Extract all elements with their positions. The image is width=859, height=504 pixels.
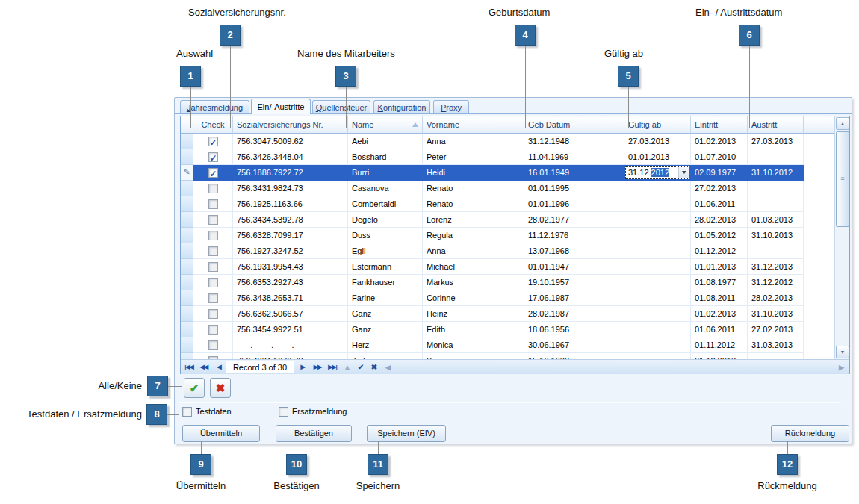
cell-check[interactable] xyxy=(193,259,233,275)
cell-geb[interactable]: 11.12.1976 xyxy=(524,228,624,243)
table-row[interactable]: 756.6353.2927.43FankhauserMarkus19.10.19… xyxy=(181,275,836,290)
testdaten-option[interactable]: Testdaten xyxy=(182,406,232,417)
cell-check[interactable] xyxy=(193,353,233,359)
tab-ein-austritte[interactable]: Ein/-Austritte xyxy=(251,99,311,114)
cell-eintritt[interactable]: 01.01.2013 xyxy=(691,259,748,275)
cell-svn[interactable]: 756.3431.9824.73 xyxy=(233,181,348,196)
cell-name[interactable]: Degelo xyxy=(348,212,423,228)
cell-eintritt[interactable]: 28.02.2013 xyxy=(691,212,748,228)
column-header-austritt[interactable]: Austritt xyxy=(748,116,804,134)
table-row[interactable]: 756.3431.9824.73CasanovaRenato01.01.1995… xyxy=(181,181,836,196)
cell-name[interactable]: Combertaldi xyxy=(348,196,423,212)
cell-austritt[interactable] xyxy=(748,149,804,165)
cell-name[interactable]: Farine xyxy=(348,290,423,306)
deselect-all-button[interactable]: ✖ xyxy=(210,378,231,398)
nav-next-icon[interactable]: ▶ xyxy=(296,361,309,373)
nav-end-edit-icon[interactable]: ✔ xyxy=(354,361,368,373)
cell-name[interactable]: Ganz xyxy=(348,322,423,337)
cell-geb[interactable]: 01.01.1947 xyxy=(524,259,624,275)
cell-svn[interactable]: 756.6328.7099.17 xyxy=(233,228,348,243)
hscroll-left-icon[interactable]: ◀ xyxy=(381,361,394,373)
cell-check[interactable] xyxy=(193,149,233,165)
cell-geb[interactable]: 11.04.1969 xyxy=(524,149,624,165)
cell-geb[interactable]: 01.01.1996 xyxy=(524,196,624,212)
cell-austritt[interactable]: 31.10.2013 xyxy=(748,228,804,243)
column-header-svn[interactable]: Sozialversicherungs Nr. xyxy=(233,116,348,134)
row-checkbox[interactable] xyxy=(208,184,218,193)
table-row[interactable]: 756.4934.1672.78JudBruno15.10.193801.12.… xyxy=(181,353,836,359)
cell-geb[interactable]: 31.12.1948 xyxy=(524,134,624,149)
row-checkbox[interactable] xyxy=(208,168,218,178)
nav-last-icon[interactable]: ▶▶| xyxy=(326,361,339,373)
table-row[interactable]: ✎756.1886.7922.72BurriHeidi16.01.194931.… xyxy=(181,165,836,181)
cell-vorname[interactable]: Monica xyxy=(423,337,524,353)
nav-prev-icon[interactable]: ◀ xyxy=(212,361,226,373)
cell-austritt[interactable]: 31.10.2013 xyxy=(748,306,804,322)
cell-eintritt[interactable]: 01.06.2011 xyxy=(691,322,748,337)
cell-geb[interactable]: 28.02.1977 xyxy=(524,212,624,228)
cell-check[interactable] xyxy=(193,322,233,337)
table-row[interactable]: 756.3454.9922.51GanzEdith18.06.195601.06… xyxy=(181,322,836,337)
rueckmeldung-button[interactable]: Rückmeldung xyxy=(771,425,849,442)
cell-vorname[interactable]: Regula xyxy=(423,228,524,243)
cell-vorname[interactable]: Markus xyxy=(423,275,524,290)
row-checkbox[interactable] xyxy=(208,325,218,335)
cell-geb[interactable]: 17.06.1987 xyxy=(524,290,624,306)
cell-austritt[interactable]: 31.12.2012 xyxy=(748,275,804,290)
scrollbar-thumb[interactable]: ≡ xyxy=(836,131,849,227)
cell-vorname[interactable]: Bruno xyxy=(423,353,524,359)
cell-svn[interactable]: 756.1931.9954.43 xyxy=(233,259,348,275)
cell-vorname[interactable]: Corinne xyxy=(423,290,524,306)
tab-proxy[interactable]: Proxy xyxy=(433,100,469,113)
cell-austritt[interactable]: 27.02.2013 xyxy=(748,322,804,337)
testdaten-label[interactable]: Testdaten xyxy=(196,407,232,416)
cell-gueltig[interactable] xyxy=(624,290,691,306)
cell-austritt[interactable]: 31.12.2013 xyxy=(748,259,804,275)
cell-vorname[interactable]: Heinz xyxy=(423,306,524,322)
table-row[interactable]: 756.1931.9954.43EstermannMichael01.01.19… xyxy=(181,259,836,275)
cell-eintritt[interactable]: 27.02.2013 xyxy=(691,181,748,196)
cell-check[interactable] xyxy=(193,196,233,212)
testdaten-checkbox[interactable] xyxy=(182,407,192,417)
cell-eintritt[interactable]: 02.09.1977 xyxy=(691,165,748,181)
cell-check[interactable] xyxy=(193,243,233,259)
table-row[interactable]: 756.3426.3448.04BosshardPeter11.04.19690… xyxy=(181,149,836,165)
cell-austritt[interactable]: 31.10.2012 xyxy=(748,165,804,181)
table-row[interactable]: 756.6328.7099.17DussRegula11.12.197601.0… xyxy=(181,228,836,243)
row-checkbox[interactable] xyxy=(208,262,218,272)
scroll-down-icon[interactable]: ▼ xyxy=(836,346,849,358)
cell-name[interactable]: Bosshard xyxy=(348,149,423,165)
column-header-gueltig[interactable]: Gültig ab xyxy=(624,116,691,134)
table-row[interactable]: 756.3434.5392.78DegeloLorenz28.02.197728… xyxy=(181,212,836,228)
column-header-check[interactable]: Check xyxy=(193,116,233,134)
nav-cancel-edit-icon[interactable]: ✖ xyxy=(368,361,381,373)
cell-check[interactable] xyxy=(193,165,233,181)
uebermitteln-button[interactable]: Übermitteln xyxy=(182,425,260,442)
table-row[interactable]: ___.____.____.__HerzMonica30.06.196701.1… xyxy=(181,337,836,353)
ersatzmeldung-label[interactable]: Ersatzmeldung xyxy=(292,407,347,416)
cell-vorname[interactable]: Anna xyxy=(423,243,524,259)
cell-gueltig[interactable]: 27.03.2013 xyxy=(624,134,691,149)
cell-vorname[interactable]: Lorenz xyxy=(423,212,524,228)
cell-gueltig[interactable] xyxy=(624,181,691,196)
column-header-name[interactable]: Name xyxy=(348,116,423,134)
cell-svn[interactable]: 756.3438.2653.71 xyxy=(233,290,348,306)
cell-svn[interactable]: 756.3454.9922.51 xyxy=(233,322,348,337)
cell-gueltig[interactable] xyxy=(624,322,691,337)
table-row[interactable]: 756.3047.5009.62AebiAnna31.12.194827.03.… xyxy=(181,134,836,149)
cell-gueltig[interactable] xyxy=(624,275,691,290)
cell-svn[interactable]: 756.1886.7922.72 xyxy=(233,165,348,181)
cell-austritt[interactable]: 27.03.2013 xyxy=(748,134,804,149)
cell-check[interactable] xyxy=(193,290,233,306)
row-checkbox[interactable] xyxy=(208,199,218,209)
cell-vorname[interactable]: Michael xyxy=(423,259,524,275)
cell-eintritt[interactable]: 01.08.2011 xyxy=(691,290,748,306)
cell-austritt[interactable]: 28.02.2013 xyxy=(748,290,804,306)
cell-name[interactable]: Ganz xyxy=(348,306,423,322)
cell-name[interactable]: Aebi xyxy=(348,134,423,149)
cell-name[interactable]: Egli xyxy=(348,243,423,259)
cell-svn[interactable]: 756.6353.2927.43 xyxy=(233,275,348,290)
cell-check[interactable] xyxy=(193,306,233,322)
row-checkbox[interactable] xyxy=(208,340,218,350)
row-checkbox[interactable] xyxy=(208,215,218,225)
